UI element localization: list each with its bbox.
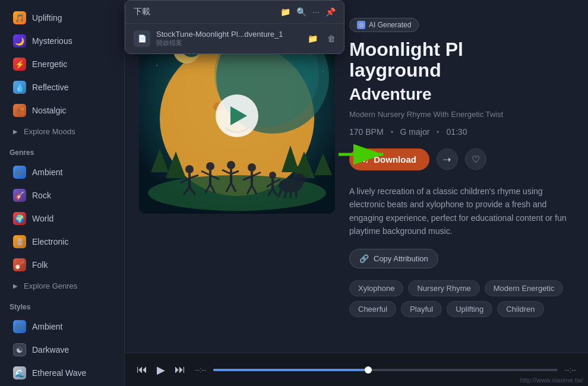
genres-label: Genres [0,141,124,160]
popup-header: 下載 📁 🔍 ··· 📌 [125,1,344,24]
svg-point-25 [206,162,214,170]
favorite-button[interactable]: ♡ [465,148,486,170]
svg-point-31 [227,161,235,169]
world-icon: 🌍 [13,212,26,225]
popup-folder-icon[interactable]: 📁 [280,7,290,17]
popup-file-info: StockTune-Moonlight Pl...dventure_1 開啟檔案 [156,30,298,48]
sidebar-item-mysterious[interactable]: 🌙 Mysterious [4,30,121,52]
share-button[interactable]: ⇢ [437,148,458,170]
download-music-icon: ♫ [362,154,369,164]
ambient2-icon: 🎶 [13,320,26,333]
copy-icon: 🔗 [359,254,369,263]
svg-point-19 [185,165,194,173]
ai-badge-icon: ⚙ [357,21,365,29]
tag-playful[interactable]: Playful [401,301,442,317]
sidebar-item-darkwave[interactable]: ☯ Darkwave [4,338,121,361]
rock-icon: 🎸 [13,189,26,202]
watermark: http://www.xiaome.tw/ [520,376,583,384]
svg-point-10 [156,65,157,66]
play-pause-button[interactable]: ▶ [157,363,165,376]
song-title-line1: Moonlight Pl [349,39,463,60]
darkwave-icon: ☯ [13,343,26,356]
popup-folder-action[interactable]: 📁 [308,34,318,43]
sidebar-label-ambient2: Ambient [32,322,62,331]
tag-nursery-rhyme[interactable]: Nursery Rhyme [408,280,479,296]
sidebar-label-world: World [32,214,53,223]
reflective-icon: 💧 [13,81,26,94]
main-content: 🎵 Uplifting 🌙 Mysterious ⚡ Energetic 💧 R… [0,0,588,386]
song-bpm: 170 BPM [349,127,384,137]
sidebar-label-darkwave: Darkwave [32,345,69,355]
tag-modern-energetic[interactable]: Modern Energetic [485,280,564,296]
popup-file-name: StockTune-Moonlight Pl...dventure_1 [156,30,298,39]
song-key: G major [400,127,430,137]
styles-label: Styles [0,296,124,315]
sidebar-item-energetic[interactable]: ⚡ Energetic [4,53,121,75]
sidebar-label-folk: Folk [32,260,48,270]
ethereal-icon: 🌊 [13,366,26,379]
explore-moods-arrow: ▶ [13,128,18,135]
sidebar-item-uplifting[interactable]: 🎵 Uplifting [4,7,121,29]
progress-bar[interactable] [213,369,557,371]
tag-cheerful[interactable]: Cheerful [349,301,396,317]
sidebar-item-ambient2[interactable]: 🎶 Ambient [4,315,121,338]
popup-search-icon[interactable]: 🔍 [296,7,306,17]
sidebar-explore-moods[interactable]: ▶ Explore Moods [4,122,121,141]
sidebar-label-ambient: Ambient [32,167,62,177]
song-duration: 01:30 [446,127,467,137]
fast-forward-button[interactable]: ⏭ [175,363,185,376]
tag-uplifting[interactable]: Uplifting [447,301,492,317]
sidebar-label-nostalgic: Nostalgic [32,106,67,115]
sidebar-explore-moods-label: Explore Moods [24,127,75,136]
sidebar-item-rock[interactable]: 🎸 Rock [4,184,121,207]
sidebar-label-mysterious: Mysterious [32,36,72,46]
download-button-label: Download [374,154,416,164]
sidebar-item-reflective[interactable]: 💧 Reflective [4,76,121,99]
popup-title: 下載 [134,7,150,17]
action-buttons: ♫ Download ⇢ ♡ [349,148,574,170]
sidebar-item-nostalgic[interactable]: 🍂 Nostalgic [4,99,121,122]
sidebar-label-rock: Rock [32,191,51,200]
meta-dot-2 [437,131,439,133]
sidebar-item-ethereal[interactable]: 🌊 Ethereal Wave [4,362,121,384]
play-button[interactable] [216,94,258,137]
song-subtitle: Adventure [349,86,574,104]
popup-pin-icon[interactable]: 📌 [325,7,336,17]
tags-section: Xylophone Nursery Rhyme Modern Energetic… [349,280,574,317]
progress-fill [213,369,368,371]
copy-attribution-button[interactable]: 🔗 Copy Attribution [349,249,438,268]
share-icon: ⇢ [443,154,451,165]
ambient-icon: 🎶 [13,166,26,179]
sidebar-label-electronic: Electronic [32,237,68,246]
tag-xylophone[interactable]: Xylophone [349,280,403,296]
nostalgic-icon: 🍂 [13,104,26,117]
heart-icon: ♡ [472,154,480,165]
song-description-line: Modern Nursery Rhyme With Energetic Twis… [349,109,574,121]
folk-icon: 🪕 [13,258,26,271]
popup-trash-action[interactable]: 🗑 [327,34,336,43]
content-area: ⚙ AI Generated Moonlight Pl layground Ad… [125,0,588,386]
svg-point-37 [248,163,256,172]
popup-more-icon[interactable]: ··· [312,7,320,17]
sidebar-item-world[interactable]: 🌍 World [4,207,121,230]
rewind-button[interactable]: ⏮ [137,363,147,376]
sidebar-label-reflective: Reflective [32,83,68,92]
song-main-title: Moonlight Pl layground [349,39,574,81]
app-container: 下載 📁 🔍 ··· 📌 📄 StockTune-Moonlight Pl...… [0,0,588,386]
download-button[interactable]: ♫ Download [349,148,429,170]
sidebar-item-ambient[interactable]: 🎶 Ambient [4,161,121,183]
popup-download-item[interactable]: 📄 StockTune-Moonlight Pl...dventure_1 開啟… [125,24,344,53]
sidebar-explore-genres[interactable]: ▶ Explore Genres [4,277,121,295]
progress-knob[interactable] [365,366,372,374]
time-total: --:-- [565,366,576,374]
player-bar: ⏮ ▶ ⏭ --:-- --:-- [125,353,588,386]
svg-point-43 [269,172,276,179]
tag-children[interactable]: Children [497,301,543,317]
sidebar-item-electronic[interactable]: 🎛 Electronic [4,230,121,253]
svg-point-50 [293,173,305,185]
sidebar-explore-genres-label: Explore Genres [24,281,77,290]
song-description: A lively recreation of a classic childre… [349,185,574,238]
sidebar-item-folk[interactable]: 🪕 Folk [4,254,121,276]
play-triangle [230,106,247,125]
progress-container: --:-- --:-- [195,366,576,374]
